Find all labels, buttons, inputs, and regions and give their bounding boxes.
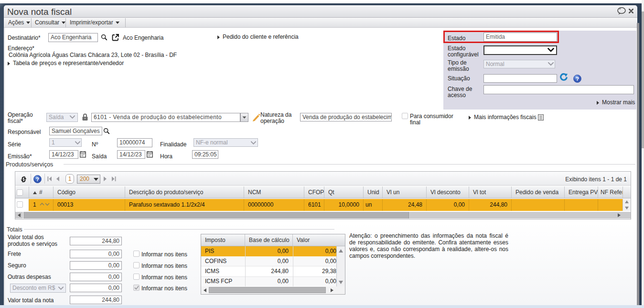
svg-text:?: ? bbox=[36, 176, 39, 182]
svg-text:?: ? bbox=[576, 76, 579, 82]
